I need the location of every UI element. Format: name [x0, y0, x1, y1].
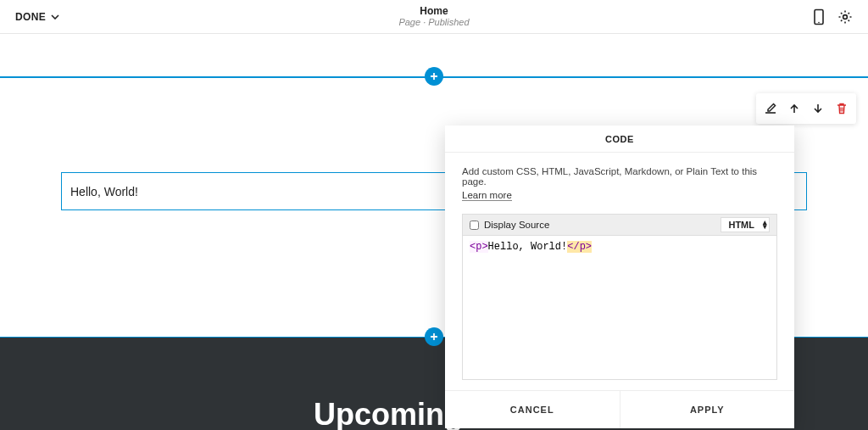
edit-block-button[interactable] [760, 98, 782, 119]
learn-more-link[interactable]: Learn more [462, 190, 512, 201]
page-title: Home [0, 5, 868, 17]
page-subtitle: Page · Published [0, 17, 868, 27]
block-edit-toolbar [756, 93, 856, 124]
move-down-button[interactable] [807, 98, 829, 119]
display-source-checkbox[interactable]: Display Source [470, 220, 549, 230]
code-editor[interactable]: <p>Hello, World!</p> [462, 236, 777, 380]
mobile-preview-icon[interactable] [812, 8, 826, 25]
gear-icon[interactable] [837, 8, 853, 25]
code-text: Hello, World! [488, 241, 568, 253]
chevron-down-icon [51, 14, 59, 20]
code-editor-panel: CODE Add custom CSS, HTML, JavaScript, M… [445, 126, 794, 428]
cancel-button[interactable]: CANCEL [445, 391, 620, 428]
done-button[interactable]: DONE [15, 11, 59, 23]
code-type-value: HTML [728, 220, 754, 230]
select-arrows-icon: ▴▾ [763, 221, 765, 229]
panel-header: CODE [445, 126, 794, 153]
topbar: DONE Home Page · Published [0, 0, 868, 34]
code-block-preview-text: Hello, World! [70, 185, 138, 198]
svg-point-2 [843, 14, 848, 19]
source-row: Display Source HTML ▴▾ [462, 214, 777, 236]
svg-point-1 [818, 21, 820, 23]
panel-description: Add custom CSS, HTML, JavaScript, Markdo… [462, 166, 777, 187]
code-type-select[interactable]: HTML ▴▾ [721, 217, 770, 232]
apply-button[interactable]: APPLY [620, 391, 795, 428]
code-close-tag: </p> [567, 241, 592, 253]
display-source-input[interactable] [470, 221, 479, 230]
delete-block-button[interactable] [831, 98, 853, 119]
add-block-button-mid[interactable] [425, 327, 443, 346]
code-open-tag: <p> [470, 241, 488, 253]
done-label: DONE [15, 11, 46, 23]
panel-footer: CANCEL APPLY [445, 390, 794, 428]
move-up-button[interactable] [783, 98, 805, 119]
display-source-label: Display Source [484, 220, 549, 230]
add-block-button-top[interactable] [425, 67, 443, 86]
insert-divider-top [0, 76, 868, 78]
page-info: Home Page · Published [0, 5, 868, 27]
